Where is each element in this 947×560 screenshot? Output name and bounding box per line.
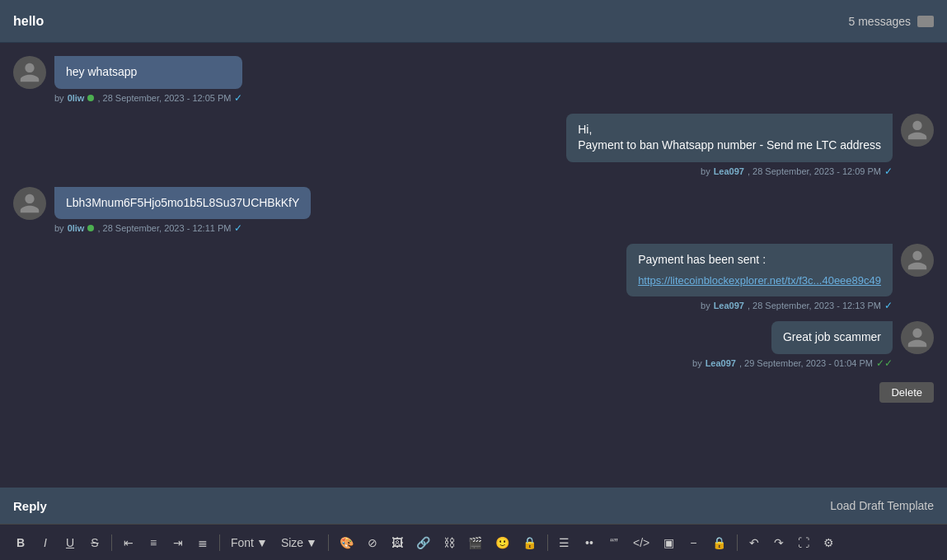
minus-button[interactable]: −	[682, 532, 704, 553]
chat-title: hello	[13, 14, 44, 29]
strikeout-button[interactable]: ⊘	[362, 532, 383, 553]
fullscreen-button[interactable]: ⛶	[793, 532, 814, 553]
message-block: hey whatsapp by 0liw , 28 September, 202…	[54, 56, 242, 104]
message-bubble: Great job scammer	[771, 321, 893, 354]
message-text: Lbh3Mnum6F5Hjo5mo1b5L8Su37UCHBkKfY	[66, 196, 299, 209]
avatar	[13, 56, 46, 89]
read-checkmark: ✓✓	[876, 357, 893, 369]
message-block: Great job scammer by Lea097 , 29 Septemb…	[692, 321, 893, 369]
toolbar-separator	[111, 534, 112, 551]
message-meta: by 0liw , 28 September, 2023 - 12:05 PM …	[54, 92, 242, 104]
font-selector[interactable]: Font ▼	[226, 534, 273, 552]
lock2-button[interactable]: 🔒	[707, 532, 731, 553]
message-bubble: Payment has been sent : https://litecoin…	[626, 244, 893, 296]
message-meta: by Lea097 , 29 September, 2023 - 01:04 P…	[692, 357, 893, 369]
avatar	[901, 114, 934, 147]
message-block: Hi,Payment to ban Whatsapp number - Send…	[566, 114, 893, 177]
code-button[interactable]: </>	[628, 532, 654, 553]
message-text: Hi,Payment to ban Whatsapp number - Send…	[578, 123, 881, 152]
online-indicator	[87, 225, 94, 231]
user-icon	[906, 249, 929, 272]
ordered-list-button[interactable]: ☰	[554, 532, 575, 553]
message-author: Lea097	[714, 301, 744, 310]
messages-toggle[interactable]	[917, 16, 934, 27]
message-text: hey whatsapp	[66, 65, 137, 78]
bold-button[interactable]: B	[10, 532, 31, 553]
reply-bar: Reply Load Draft Template	[0, 488, 947, 524]
meta-prefix: by	[54, 93, 64, 103]
user-icon	[906, 119, 929, 142]
message-timestamp: , 28 September, 2023 - 12:05 PM	[97, 93, 231, 103]
meta-prefix: by	[701, 166, 710, 176]
align-center-button[interactable]: ≡	[143, 532, 164, 553]
avatar	[901, 244, 934, 277]
message-text: Great job scammer	[783, 330, 881, 343]
message-text: Payment has been sent :	[638, 253, 766, 266]
user-icon	[18, 61, 41, 84]
read-checkmark: ✓	[234, 92, 242, 104]
code-block-button[interactable]: ▣	[658, 532, 679, 553]
user-icon	[18, 192, 41, 215]
toolbar-separator	[737, 534, 738, 551]
message-row: hey whatsapp by 0liw , 28 September, 202…	[13, 56, 934, 104]
chat-area: hey whatsapp by 0liw , 28 September, 202…	[0, 43, 947, 488]
settings-button[interactable]: ⚙	[818, 532, 839, 553]
messages-count-area: 5 messages	[849, 15, 934, 28]
undo-button[interactable]: ↶	[743, 532, 765, 553]
justify-button[interactable]: ≣	[192, 532, 213, 553]
emoji-button[interactable]: 🙂	[490, 532, 514, 553]
lock-button[interactable]: 🔒	[518, 532, 541, 553]
message-meta: by 0liw , 28 September, 2023 - 12:11 PM …	[54, 222, 311, 234]
messages-count-label: 5 messages	[849, 15, 911, 28]
unordered-list-button[interactable]: ••	[579, 532, 600, 553]
chat-header: hello 5 messages	[0, 0, 947, 43]
align-right-button[interactable]: ⇥	[167, 532, 189, 553]
message-meta: by Lea097 , 28 September, 2023 - 12:09 P…	[701, 166, 893, 177]
message-timestamp: , 28 September, 2023 - 12:09 PM	[748, 166, 881, 176]
font-dropdown-icon: ▼	[256, 536, 268, 549]
message-bubble: hey whatsapp	[54, 56, 242, 89]
message-link[interactable]: https://litecoinblockexplorer.net/tx/f3c…	[638, 273, 881, 288]
avatar	[901, 321, 934, 354]
read-checkmark: ✓	[884, 166, 893, 177]
message-author: Lea097	[714, 166, 744, 176]
message-block: Payment has been sent : https://litecoin…	[626, 244, 893, 311]
font-label: Font	[231, 536, 254, 549]
toolbar-separator	[219, 534, 220, 551]
color-button[interactable]: 🎨	[335, 532, 359, 553]
message-row: Great job scammer by Lea097 , 29 Septemb…	[13, 321, 934, 369]
italic-button[interactable]: I	[35, 532, 56, 553]
delete-button[interactable]: Delete	[879, 382, 934, 403]
message-row: Lbh3Mnum6F5Hjo5mo1b5L8Su37UCHBkKfY by 0l…	[13, 187, 934, 235]
avatar	[13, 187, 46, 220]
message-row: Hi,Payment to ban Whatsapp number - Send…	[13, 114, 934, 177]
align-left-button[interactable]: ⇤	[118, 532, 139, 553]
toolbar-separator	[328, 534, 329, 551]
blockquote-button[interactable]: “”	[603, 532, 625, 553]
unlink-button[interactable]: ⛓	[438, 532, 460, 553]
message-meta: by Lea097 , 28 September, 2023 - 12:13 P…	[701, 300, 893, 311]
message-block: Lbh3Mnum6F5Hjo5mo1b5L8Su37UCHBkKfY by 0l…	[54, 187, 311, 235]
link-button[interactable]: 🔗	[411, 532, 435, 553]
underline-button[interactable]: U	[59, 532, 81, 553]
load-draft-button[interactable]: Load Draft Template	[830, 499, 934, 512]
message-timestamp: , 28 September, 2023 - 12:11 PM	[97, 223, 231, 233]
online-indicator	[87, 95, 94, 101]
message-timestamp: , 28 September, 2023 - 12:13 PM	[748, 301, 881, 310]
size-label: Size	[281, 536, 303, 549]
user-icon	[906, 326, 929, 349]
meta-prefix: by	[692, 358, 702, 368]
size-dropdown-icon: ▼	[306, 536, 317, 549]
size-selector[interactable]: Size ▼	[276, 534, 322, 552]
video-button[interactable]: 🎬	[463, 532, 487, 553]
meta-prefix: by	[701, 301, 710, 310]
read-checkmark: ✓	[234, 222, 242, 234]
read-checkmark: ✓	[884, 300, 893, 311]
message-timestamp: , 29 September, 2023 - 01:04 PM	[739, 358, 873, 368]
message-row: Payment has been sent : https://litecoin…	[13, 244, 934, 311]
strikethrough-button[interactable]: S	[84, 532, 105, 553]
image-button[interactable]: 🖼	[387, 532, 408, 553]
message-bubble: Lbh3Mnum6F5Hjo5mo1b5L8Su37UCHBkKfY	[54, 187, 311, 220]
delete-row: Delete	[13, 379, 934, 406]
redo-button[interactable]: ↷	[768, 532, 790, 553]
